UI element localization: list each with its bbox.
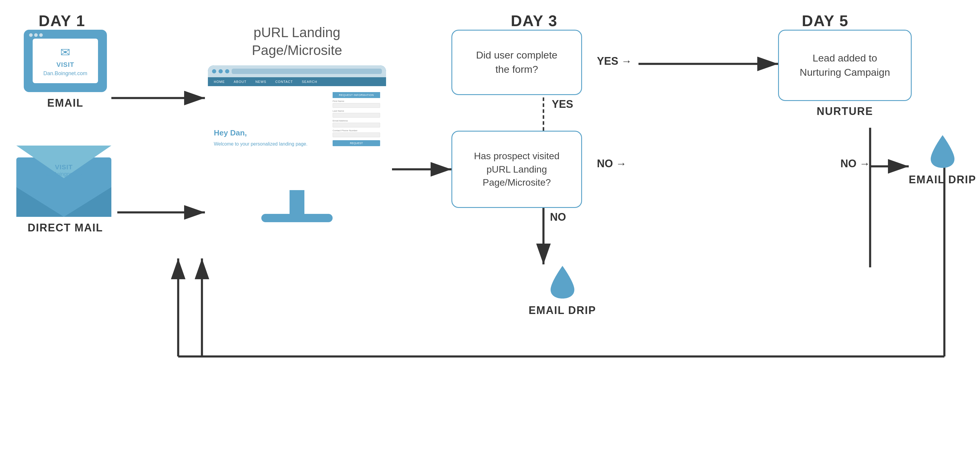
email-drip-right-label: EMAIL DRIP [909,174,976,186]
field-label-3: Email Address [332,120,380,122]
mail-visit-text: VISIT [42,163,86,171]
direct-mail-label: DIRECT MAIL [16,222,115,234]
nav-contact: CONTACT [275,80,293,83]
no-right-label: NO → [597,158,627,170]
direct-mail-container: VISIT Dan.Boingnet.com DIRECT MAIL [16,145,115,234]
envelope-content: VISIT Dan.Boingnet.com [42,163,86,177]
email-dot-3 [39,33,43,37]
field-label-4: Contact Phone Number [332,129,380,132]
nav-home: HOME [214,80,225,83]
form-field-3 [332,123,380,128]
monitor-dot-3 [225,69,229,73]
yes-right-label: YES → [597,55,632,67]
envelope: VISIT Dan.Boingnet.com [16,145,111,217]
decision-box-form: Did user completethe form? [452,30,582,95]
nav-news: NEWS [255,80,266,83]
monitor-hey-text: Hey Dan, [214,128,327,137]
monitor-container: pURL LandingPage/Microsite HOME ABOUT NE… [208,24,386,222]
form-field-group-1: First Name [332,100,380,108]
decision-box-visited: Has prospect visitedpURL LandingPage/Mic… [452,131,582,208]
water-drop-bottom [528,264,596,300]
diagram: DAY 1 ✉ VISIT Dan.Boingnet.com EMAIL VI [0,0,980,453]
monitor: HOME ABOUT NEWS CONTACT SEARCH Hey Dan, … [208,65,386,222]
monitor-form: REQUEST INFORMATION First Name Last Name… [332,92,380,184]
form-field-4 [332,132,380,137]
form-field-group-3: Email Address [332,120,380,128]
form-field-2 [332,113,380,118]
nav-search: SEARCH [302,80,317,83]
email-dot-2 [34,33,38,37]
email-envelope-symbol: ✉ [60,45,70,59]
drop-svg-bottom [549,264,576,300]
monitor-title: pURL LandingPage/Microsite [208,24,386,59]
email-icon-container: ✉ VISIT Dan.Boingnet.com EMAIL [24,30,107,109]
monitor-body: Hey Dan, Welcome to your personalized la… [208,86,386,190]
form-field-group-2: Last Name [332,110,380,118]
decision-visited: Has prospect visitedpURL LandingPage/Mic… [452,131,582,208]
monitor-welcome-text: Welcome to your personalized landing pag… [214,140,327,148]
email-drip-right-container: EMAIL DRIP [909,134,976,186]
form-header: REQUEST INFORMATION [332,92,380,98]
nurture-label: NURTURE [778,105,912,118]
day1-label: DAY 1 [38,12,85,30]
day3-label: DAY 3 [511,12,557,30]
email-dots [29,33,43,37]
drop-svg-right [929,134,956,169]
email-visit-text: VISIT [56,61,74,69]
nav-about: ABOUT [234,80,247,83]
form-submit-btn: REQUEST [332,140,380,146]
nurture-box: Lead added toNurturing Campaign [778,30,912,101]
envelope-flap-right [64,187,111,217]
field-label-1: First Name [332,100,380,102]
mail-url: Dan.Boingnet.com [42,171,86,177]
no-down-label: NO [550,211,566,223]
monitor-screen: HOME ABOUT NEWS CONTACT SEARCH Hey Dan, … [208,65,386,190]
email-dot-1 [29,33,33,37]
email-inner: ✉ VISIT Dan.Boingnet.com [33,38,98,83]
form-field-1 [332,103,380,108]
form-field-group-4: Contact Phone Number [332,129,380,137]
monitor-left-content: Hey Dan, Welcome to your personalized la… [214,92,327,184]
email-icon-box: ✉ VISIT Dan.Boingnet.com [24,30,107,92]
monitor-dot-2 [219,69,223,73]
email-label: EMAIL [24,97,107,109]
no-down-box1-label: NO → [840,158,870,170]
email-drip-bottom-label: EMAIL DRIP [528,304,596,317]
water-drop-right [909,134,976,169]
email-drip-bottom-container: EMAIL DRIP [528,264,596,317]
field-label-2: Last Name [332,110,380,112]
day5-label: DAY 5 [802,12,848,30]
monitor-topbar [208,65,386,77]
monitor-url-bar [232,69,382,74]
envelope-flap-left [16,187,64,217]
monitor-dot-1 [212,69,216,73]
decision-complete-form: Did user completethe form? [452,30,582,95]
email-url: Dan.Boingnet.com [43,70,87,77]
monitor-base [261,214,332,222]
monitor-nav: HOME ABOUT NEWS CONTACT SEARCH [208,77,386,86]
yes-up-label: YES [552,98,573,110]
nurture-box-container: Lead added toNurturing Campaign NURTURE [778,30,912,101]
monitor-stand [290,190,304,214]
